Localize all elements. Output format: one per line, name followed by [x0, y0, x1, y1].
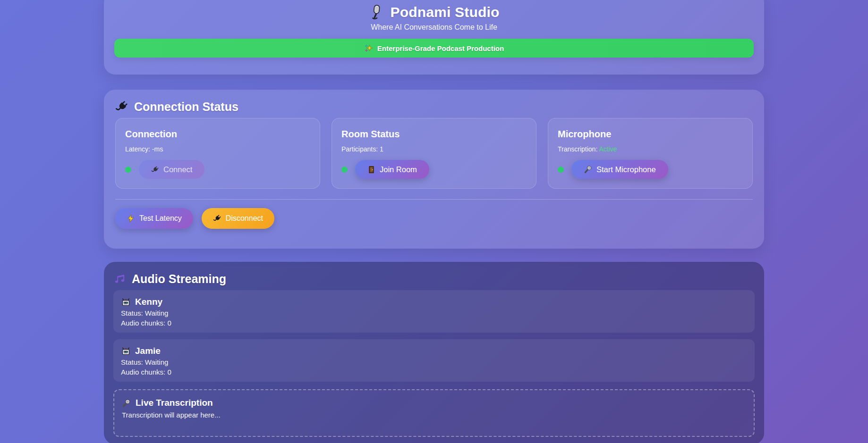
studio-microphone-icon [368, 4, 384, 20]
microphone-status-indicator [558, 167, 564, 173]
disconnect-button-label: Disconnect [226, 214, 263, 223]
audio-section-title-row: Audio Streaming [113, 271, 755, 286]
transcription-title-row: Live Transcription [122, 397, 746, 409]
latency-status: Latency: -ms [125, 145, 310, 153]
audio-section-title: Audio Streaming [132, 271, 226, 286]
status-label: Transcription: [558, 145, 597, 153]
status-cards-row: Connection Latency: -ms [115, 118, 753, 189]
connection-section-title-row: Connection Status [115, 99, 753, 114]
start-microphone-button[interactable]: Start Microphone [571, 160, 668, 179]
door-icon [367, 166, 375, 174]
card-title: Connection [125, 128, 310, 140]
connection-button-row: Connect [125, 160, 310, 179]
enterprise-banner: Enterprise-Grade Podcast Production [114, 39, 754, 58]
card-title: Microphone [558, 128, 743, 140]
speaker-card-kenny: Kenny Status: Waiting Audio chunks: 0 [113, 290, 755, 333]
room-button-row: Join Room [341, 160, 527, 179]
connection-card: Connection Latency: -ms [115, 118, 320, 189]
room-status-indicator [341, 167, 348, 173]
app-title-row: Podnami Studio [114, 3, 754, 22]
actions-row: Test Latency Disconnect [115, 208, 753, 229]
plug-icon [213, 214, 221, 223]
transcription-status: Transcription: Active [558, 145, 743, 153]
audio-streaming-panel: Audio Streaming Kenny [104, 262, 764, 443]
speaker-name: Kenny [135, 297, 162, 307]
sparkles-icon [364, 44, 373, 53]
speaker-status: Status: Waiting [121, 357, 747, 367]
app-subtitle: Where AI Conversations Come to Life [114, 22, 754, 33]
connection-section-title: Connection Status [134, 99, 238, 114]
lightning-icon [127, 214, 135, 223]
connect-button[interactable]: Connect [139, 160, 204, 179]
speaker-name-row: Kenny [121, 296, 747, 308]
robot-icon [121, 346, 131, 356]
app-title: Podnami Studio [390, 4, 499, 20]
connection-status-panel: Connection Status Connection Latency: -m… [104, 90, 764, 249]
header-panel: Podnami Studio Where AI Conversations Co… [104, 0, 764, 75]
status-label: Latency: [125, 145, 150, 153]
robot-icon [121, 297, 131, 307]
status-label: Participants: [341, 145, 378, 153]
disconnect-button[interactable]: Disconnect [202, 208, 274, 229]
connect-button-label: Connect [163, 165, 192, 174]
microphone-card: Microphone Transcription: Active [548, 118, 753, 189]
test-latency-button-label: Test Latency [139, 214, 182, 223]
plug-icon [151, 166, 159, 174]
transcription-title: Live Transcription [136, 398, 213, 408]
divider [115, 199, 753, 200]
speaker-name-row: Jamie [121, 345, 747, 357]
microphone-icon [584, 165, 592, 174]
speaker-name: Jamie [135, 346, 161, 356]
transcription-placeholder: Transcription will appear here... [122, 410, 746, 420]
status-value: Active [599, 145, 617, 153]
speaker-status: Status: Waiting [121, 308, 747, 318]
participants-status: Participants: 1 [341, 145, 527, 153]
music-notes-icon [113, 273, 126, 285]
banner-label: Enterprise-Grade Podcast Production [377, 44, 504, 52]
join-room-button-label: Join Room [380, 165, 417, 174]
test-latency-button[interactable]: Test Latency [115, 208, 193, 229]
status-value: -ms [152, 145, 163, 153]
speaker-card-jamie: Jamie Status: Waiting Audio chunks: 0 [113, 339, 755, 382]
start-microphone-button-label: Start Microphone [596, 165, 656, 174]
plug-icon [115, 100, 128, 113]
microphone-icon [122, 399, 131, 408]
status-value: 1 [380, 145, 383, 153]
live-transcription-box: Live Transcription Transcription will ap… [113, 389, 755, 437]
join-room-button[interactable]: Join Room [355, 160, 429, 179]
speaker-chunks: Audio chunks: 0 [121, 318, 747, 328]
speaker-chunks: Audio chunks: 0 [121, 367, 747, 377]
room-status-card: Room Status Participants: 1 [332, 118, 536, 189]
app-container: Podnami Studio Where AI Conversations Co… [104, 0, 764, 443]
connection-status-indicator [125, 167, 131, 173]
microphone-button-row: Start Microphone [558, 160, 743, 179]
card-title: Room Status [341, 128, 527, 140]
